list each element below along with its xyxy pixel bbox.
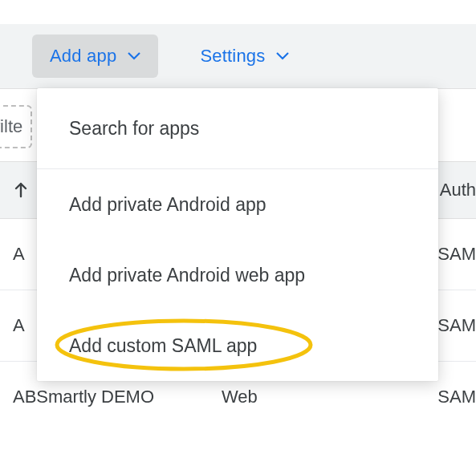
cell-type: Web <box>222 387 318 407</box>
settings-button[interactable]: Settings <box>182 34 307 78</box>
cell-name: ABSmartly DEMO <box>13 387 222 407</box>
screenshot-root: Add app Settings filte Auth A SAM A SAM <box>0 0 476 474</box>
settings-label: Settings <box>200 46 265 67</box>
menu-item-label: Add private Android web app <box>69 265 305 286</box>
sort-ascending-icon[interactable] <box>11 180 31 200</box>
caret-down-icon <box>128 52 140 60</box>
menu-section: Search for apps <box>37 88 438 169</box>
menu-item-label: Search for apps <box>69 118 199 140</box>
menu-item-add-custom-saml[interactable]: Add custom SAML app <box>37 310 438 381</box>
menu-section: Add private Android app Add private Andr… <box>37 169 438 381</box>
cell-auth: SAM <box>437 387 476 407</box>
cell-auth: SAM <box>437 244 476 265</box>
add-app-button[interactable]: Add app <box>32 34 158 78</box>
filter-placeholder: filte <box>0 116 22 137</box>
menu-item-label: Add custom SAML app <box>69 335 257 357</box>
column-header-auth[interactable]: Auth <box>440 180 476 201</box>
cell-auth: SAM <box>437 315 476 336</box>
menu-item-add-private-android[interactable]: Add private Android app <box>37 169 438 240</box>
add-app-dropdown-menu: Search for apps Add private Android app … <box>37 88 438 381</box>
add-app-label: Add app <box>50 46 116 67</box>
filter-chip[interactable]: filte <box>0 105 32 148</box>
toolbar: Add app Settings <box>0 24 476 89</box>
caret-down-icon <box>276 52 289 60</box>
menu-item-search-apps[interactable]: Search for apps <box>37 88 438 168</box>
menu-item-label: Add private Android app <box>69 194 266 216</box>
top-spacer <box>0 0 476 24</box>
menu-item-add-private-android-web[interactable]: Add private Android web app <box>37 240 438 310</box>
